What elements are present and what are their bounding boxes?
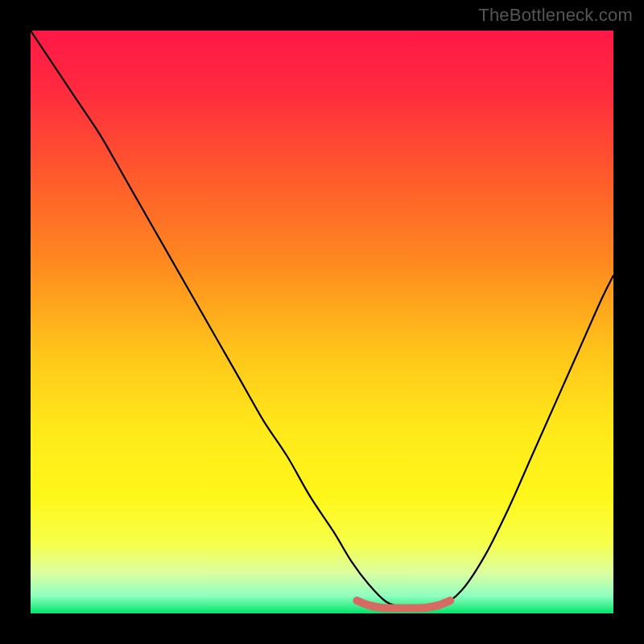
chart-frame: TheBottleneck.com — [0, 0, 644, 644]
plot-svg — [31, 31, 613, 613]
watermark-text: TheBottleneck.com — [478, 5, 633, 26]
plot-area — [31, 31, 613, 613]
gradient-background — [31, 31, 613, 613]
